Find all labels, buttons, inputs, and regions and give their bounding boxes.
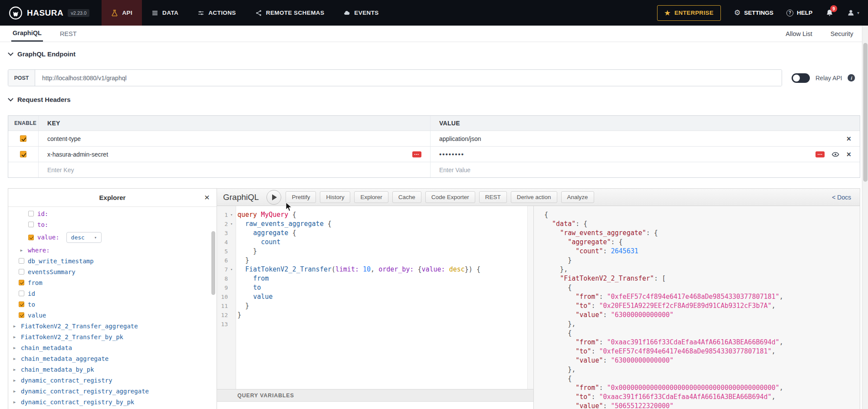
nav-item-api[interactable]: API (102, 0, 142, 26)
line-number: 5 (217, 247, 228, 256)
enable-checkbox[interactable] (20, 151, 26, 157)
settings-button[interactable]: ⚙ SETTINGS (734, 8, 773, 17)
expand-arrow-icon[interactable]: ▶ (12, 335, 17, 339)
response-line: "value": "63000000000000" (544, 356, 860, 365)
explorer-item-value[interactable]: value (8, 310, 217, 321)
play-icon (272, 194, 277, 200)
query-variables-editor[interactable] (217, 402, 533, 409)
toolbar-rest-button[interactable]: REST (479, 191, 507, 203)
tab-rest[interactable]: REST (59, 26, 78, 42)
explorer-item-label: dynamic_contract_registry_by_pk (21, 399, 134, 406)
header-row-admin-secret: x-hasura-admin-secret ••• •••••••• ••• × (8, 146, 860, 162)
explorer-item-FiatTokenV2-2-Transfer-by-pk[interactable]: ▶FiatTokenV2_2_Transfer_by_pk (8, 331, 217, 342)
new-header-key-input[interactable] (47, 167, 421, 173)
remove-header-icon[interactable]: × (846, 151, 851, 158)
toolbar-derive-action-button[interactable]: Derive action (511, 191, 557, 203)
field-checkbox[interactable] (28, 211, 34, 216)
env-var-badge[interactable]: ••• (815, 151, 825, 157)
env-var-badge[interactable]: ••• (412, 151, 421, 157)
header-key[interactable]: content-type (47, 135, 81, 142)
explorer-item-db-write-timestamp[interactable]: db_write_timestamp (8, 255, 217, 266)
explorer-item-where[interactable]: ▶where: (8, 245, 217, 255)
explorer-item-id[interactable]: id: (8, 208, 217, 219)
field-checkbox[interactable] (28, 222, 34, 227)
toolbar-prettify-button[interactable]: Prettify (286, 191, 316, 203)
nav-item-actions[interactable]: ACTIONS (188, 0, 246, 26)
execute-query-button[interactable] (266, 190, 281, 205)
sort-direction-select[interactable]: desc▾ (66, 232, 102, 243)
explorer-item-value[interactable]: value:desc▾ (8, 230, 217, 245)
field-checkbox[interactable] (19, 258, 24, 264)
docs-link[interactable]: < Docs (832, 194, 854, 201)
explorer-item-id[interactable]: id (8, 288, 217, 299)
hasura-logo-icon (9, 6, 23, 20)
help-button[interactable]: ? HELP (786, 10, 812, 16)
masked-header-value[interactable]: •••••••• (439, 151, 464, 158)
expand-arrow-icon[interactable]: ▶ (12, 400, 17, 404)
notification-count-badge: 9 (830, 5, 837, 12)
explorer-scrollbar[interactable] (211, 231, 215, 295)
explorer-item-to[interactable]: to: (8, 219, 217, 230)
expand-arrow-icon[interactable]: ▶ (12, 346, 17, 350)
field-checkbox[interactable] (28, 235, 34, 240)
explorer-item-to[interactable]: to (8, 299, 217, 310)
graphql-endpoint-input[interactable] (35, 70, 782, 86)
expand-arrow-icon[interactable]: ▶ (19, 248, 24, 252)
eye-icon[interactable] (832, 151, 839, 158)
field-checkbox[interactable] (19, 291, 24, 296)
tab-graphiql[interactable]: GraphiQL (11, 26, 43, 42)
new-header-value-input[interactable] (439, 167, 851, 173)
expand-arrow-icon[interactable]: ▶ (12, 357, 17, 361)
expand-arrow-icon[interactable]: ▶ (12, 367, 17, 372)
notifications-button[interactable]: 9 (825, 9, 834, 17)
actions-icon (197, 10, 204, 16)
code-line: 10 value (217, 292, 527, 301)
user-menu[interactable]: ▾ (847, 9, 859, 17)
expand-arrow-icon[interactable]: ▶ (12, 324, 17, 328)
expand-arrow-icon[interactable]: ▶ (12, 389, 17, 393)
toolbar-explorer-button[interactable]: Explorer (354, 191, 388, 203)
hasura-logo[interactable]: HASURA v2.23.0 (9, 0, 89, 26)
toolbar-analyze-button[interactable]: Analyze (561, 191, 594, 203)
toolbar-history-button[interactable]: History (320, 191, 350, 203)
enterprise-button[interactable]: ★ ENTERPRISE (657, 5, 721, 21)
explorer-item-chain-metadata-by-pk[interactable]: ▶chain_metadata_by_pk (8, 364, 217, 375)
flask-icon (111, 10, 118, 16)
header-key[interactable]: x-hasura-admin-secret (47, 151, 108, 158)
toolbar-code-exporter-button[interactable]: Code Exporter (425, 191, 475, 203)
explorer-item-from[interactable]: from (8, 277, 217, 288)
security-link[interactable]: Security (831, 30, 853, 37)
explorer-item-dynamic-contract-registry-aggregate[interactable]: ▶dynamic_contract_registry_aggregate (8, 386, 217, 396)
code-line: 9 to (217, 283, 527, 292)
request-headers-section-header[interactable]: Request Headers (9, 96, 71, 103)
page-scrollbar-thumb[interactable] (863, 43, 868, 182)
query-variables-bar[interactable]: QUERY VARIABLES (217, 389, 533, 402)
close-icon[interactable]: × (204, 192, 210, 203)
enable-checkbox[interactable] (20, 135, 26, 142)
field-checkbox[interactable] (19, 301, 24, 307)
nav-item-remote-schemas[interactable]: REMOTE SCHEMAS (246, 0, 334, 26)
allow-list-link[interactable]: Allow List (786, 30, 812, 37)
field-checkbox[interactable] (19, 312, 24, 318)
field-checkbox[interactable] (19, 269, 24, 275)
nav-item-data[interactable]: DATA (142, 0, 188, 26)
header-value[interactable]: application/json (439, 135, 481, 142)
editor-scrollbar[interactable] (527, 206, 533, 389)
graphql-endpoint-section-header[interactable]: GraphQL Endpoint (9, 50, 76, 58)
explorer-item-eventsSummary[interactable]: eventsSummary (8, 266, 217, 277)
field-checkbox[interactable] (19, 280, 24, 285)
relay-api-toggle[interactable] (792, 73, 810, 83)
info-icon[interactable]: i (848, 74, 855, 82)
explorer-item-dynamic-contract-registry-by-pk[interactable]: ▶dynamic_contract_registry_by_pk (8, 396, 217, 407)
remove-header-icon[interactable]: × (846, 135, 851, 143)
nav-item-events[interactable]: EVENTS (334, 0, 388, 26)
explorer-item-label: from (28, 279, 43, 286)
explorer-item-dynamic-contract-registry[interactable]: ▶dynamic_contract_registry (8, 375, 217, 386)
explorer-item-chain-metadata[interactable]: ▶chain_metadata (8, 342, 217, 353)
expand-arrow-icon[interactable]: ▶ (12, 378, 17, 383)
query-editor[interactable]: 1▾query MyQuery {2▾ raw_events_aggregate… (217, 206, 533, 389)
explorer-item-FiatTokenV2-2-Transfer-aggregate[interactable]: ▶FiatTokenV2_2_Transfer_aggregate (8, 321, 217, 331)
page-scrollbar[interactable] (862, 26, 868, 409)
toolbar-cache-button[interactable]: Cache (392, 191, 421, 203)
explorer-item-chain-metadata-aggregate[interactable]: ▶chain_metadata_aggregate (8, 353, 217, 364)
